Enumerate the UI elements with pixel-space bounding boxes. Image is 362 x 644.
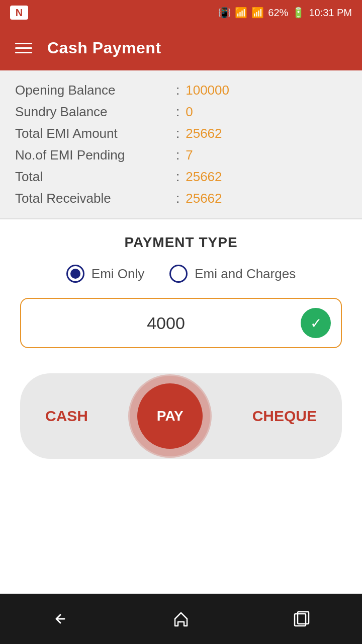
emi-charges-label: Emi and Charges: [195, 266, 296, 282]
total-value: 25662: [186, 169, 222, 185]
opening-balance-label: Opening Balance: [15, 83, 176, 98]
recents-button[interactable]: [287, 604, 317, 634]
total-receivable-label: Total Receivable: [15, 191, 176, 206]
info-row-total-receivable: Total Receivable : 25662: [15, 191, 347, 206]
emi-only-option[interactable]: Emi Only: [66, 265, 144, 283]
signal-icon: 📶: [251, 7, 264, 19]
total-emi-value: 25662: [186, 126, 222, 141]
hamburger-line-2: [15, 47, 32, 49]
back-button[interactable]: [45, 604, 75, 634]
total-emi-label: Total EMI Amount: [15, 126, 176, 141]
info-row-total-emi: Total EMI Amount : 25662: [15, 126, 347, 141]
hamburger-line-1: [15, 43, 32, 44]
payment-type-options: Emi Only Emi and Charges: [15, 265, 347, 283]
pay-button[interactable]: PAY: [137, 383, 203, 449]
total-receivable-value: 25662: [186, 191, 222, 206]
wifi-icon: 📶: [235, 7, 247, 19]
opening-balance-value: 100000: [186, 83, 229, 98]
payment-type-section: PAYMENT TYPE Emi Only Emi and Charges ✓: [0, 219, 362, 358]
hamburger-line-3: [15, 52, 32, 53]
home-button[interactable]: [166, 604, 196, 634]
checkmark-icon: ✓: [310, 315, 322, 332]
info-row-sundry-balance: Sundry Balance : 0: [15, 104, 347, 120]
header: Cash Payment: [0, 25, 362, 70]
status-bar: N 📳 📶 📶 62% 🔋 10:31 PM: [0, 0, 362, 25]
cheque-button[interactable]: CHEQUE: [242, 403, 327, 430]
amount-input-container: ✓: [20, 298, 342, 348]
status-bar-left: N: [10, 6, 28, 20]
payment-type-title: PAYMENT TYPE: [15, 234, 347, 251]
info-row-total: Total : 25662: [15, 169, 347, 185]
time-display: 10:31 PM: [309, 7, 352, 19]
bottom-nav: [0, 594, 362, 644]
sundry-balance-value: 0: [186, 104, 193, 120]
status-bar-right: 📳 📶 📶 62% 🔋 10:31 PM: [218, 7, 352, 19]
emi-only-radio[interactable]: [66, 265, 84, 283]
app-logo: N: [10, 6, 28, 20]
sundry-balance-label: Sundry Balance: [15, 104, 176, 120]
battery-level: 62%: [268, 7, 288, 19]
page-title: Cash Payment: [47, 39, 161, 57]
pay-section: CASH PAY CHEQUE: [0, 358, 362, 474]
content-spacer: [0, 474, 362, 594]
emi-only-label: Emi Only: [92, 266, 144, 282]
total-label: Total: [15, 169, 176, 185]
amount-input[interactable]: [31, 313, 301, 333]
info-row-opening-balance: Opening Balance : 100000: [15, 83, 347, 98]
vibrate-icon: 📳: [218, 7, 231, 19]
emi-charges-option[interactable]: Emi and Charges: [169, 265, 296, 283]
emi-pending-label: No.of EMI Pending: [15, 147, 176, 163]
confirm-button[interactable]: ✓: [301, 308, 331, 338]
info-section: Opening Balance : 100000 Sundry Balance …: [0, 70, 362, 219]
battery-icon: 🔋: [292, 7, 305, 19]
cash-button[interactable]: CASH: [35, 403, 98, 430]
menu-button[interactable]: [15, 43, 32, 53]
info-row-emi-pending: No.of EMI Pending : 7: [15, 147, 347, 163]
pay-button-label: PAY: [157, 408, 184, 424]
emi-charges-radio[interactable]: [169, 265, 188, 283]
emi-pending-value: 7: [186, 147, 193, 163]
pay-buttons-container: CASH PAY CHEQUE: [20, 373, 342, 459]
